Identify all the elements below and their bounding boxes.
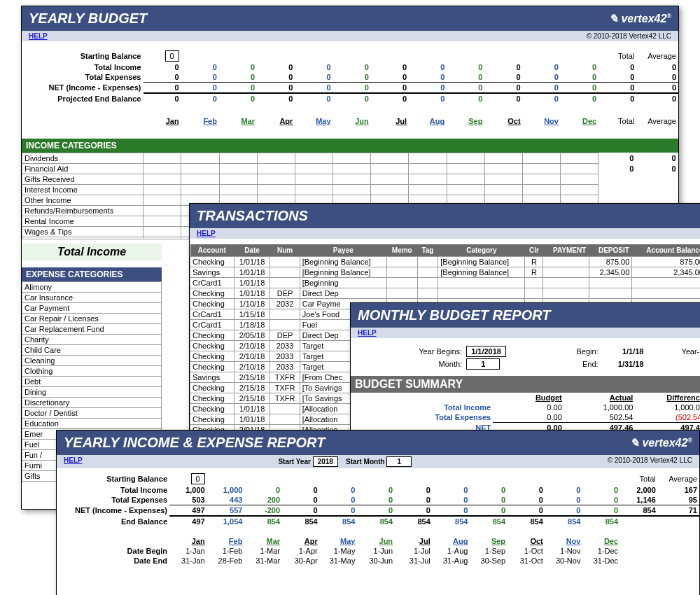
end-label: End: (525, 358, 601, 370)
yearly-title: YEARLY BUDGET (29, 10, 147, 27)
year-begins-label: Year Begins: (351, 345, 464, 358)
copyright: © 2010-2018 Vertex42 LLC (587, 32, 671, 40)
monthly-params-table: Year Begins: 1/1/2018 Begin: 1/1/18 Year… (351, 345, 700, 370)
start-month-value[interactable]: 1 (386, 456, 412, 467)
transactions-subbar: HELP (190, 228, 700, 239)
help-link[interactable]: HELP (197, 230, 216, 237)
vertex-logo: ✎ vertex42® (630, 436, 692, 449)
begin-value: 1/1/18 (601, 345, 646, 358)
report-subbar: HELP Start Year 2018 Start Month 1 © 201… (57, 455, 699, 468)
yearly-report-panel: YEARLY INCOME & EXPENSE REPORT ✎ vertex4… (56, 430, 700, 595)
total-income-row: Total Income (22, 244, 162, 260)
start-year-value[interactable]: 2018 (313, 456, 338, 467)
year-t-label: Year-T (646, 345, 701, 358)
vertex-logo: ✎ vertex42® (609, 12, 671, 25)
year-begins-value[interactable]: 1/1/2018 (466, 346, 506, 357)
budget-summary-header: BUDGET SUMMARY (351, 376, 700, 393)
transactions-title-bar: TRANSACTIONS (190, 204, 700, 228)
month-value[interactable]: 1 (466, 358, 500, 370)
month-label: Month: (351, 358, 464, 370)
yearly-title-bar: YEARLY BUDGET ✎ vertex42® (22, 6, 678, 31)
report-table: Starting Balance0TotalAverageTotal Incom… (57, 472, 699, 566)
end-value: 1/31/18 (601, 358, 646, 370)
monthly-title: MONTHLY BUDGET REPORT (358, 307, 551, 323)
help-link[interactable]: HELP (29, 32, 48, 40)
help-link[interactable]: HELP (358, 329, 377, 337)
begin-label: Begin: (525, 345, 601, 358)
monthly-subbar: HELP (351, 328, 700, 338)
monthly-title-bar: MONTHLY BUDGET REPORT (351, 303, 700, 328)
copyright: © 2010-2018 Vertex42 LLC (608, 456, 692, 467)
expense-categories-header: EXPENSE CATEGORIES (22, 267, 162, 281)
start-year-label: Start Year (278, 458, 311, 465)
yearly-subbar: HELP © 2010-2018 Vertex42 LLC (22, 31, 678, 41)
income-categories-header: INCOME CATEGORIES (22, 139, 678, 153)
monthly-summary-table: BudgetActualDifferenceTotal Income0.001,… (351, 393, 700, 434)
help-link[interactable]: HELP (64, 456, 83, 467)
yearly-summary-table: Starting Balance0TotalAverageTotal Incom… (22, 50, 678, 126)
start-month-label: Start Month (346, 458, 385, 465)
transactions-title: TRANSACTIONS (197, 208, 308, 224)
report-title: YEARLY INCOME & EXPENSE REPORT (64, 435, 325, 451)
report-title-bar: YEARLY INCOME & EXPENSE REPORT ✎ vertex4… (57, 430, 699, 455)
